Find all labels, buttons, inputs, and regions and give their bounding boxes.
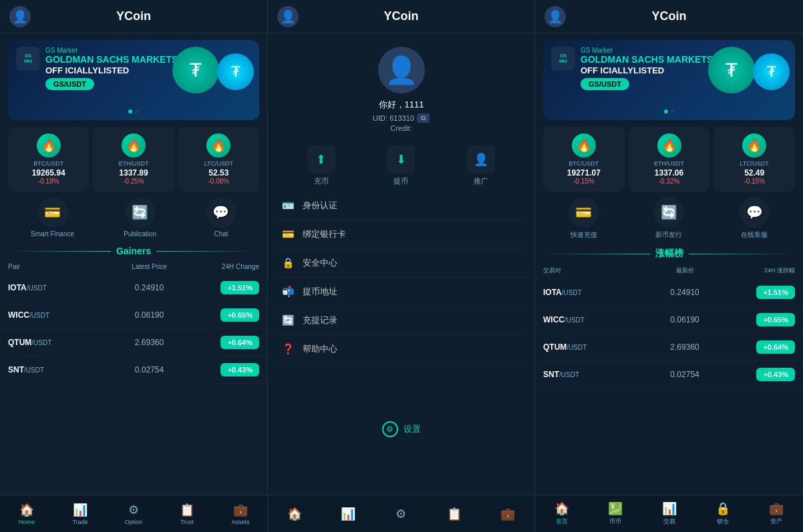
nav-trust-label: Trust: [180, 519, 194, 525]
middle-bottom-nav: 🏠 📊 ⚙ 📋 💼: [268, 495, 534, 532]
right-table: IOTA/USDT 0.24910 +1.51% WICC/USDT 0.061…: [535, 279, 803, 495]
profile-avatar: 👤: [378, 47, 425, 93]
withdraw-label: 提币: [393, 176, 408, 186]
left-banner[interactable]: GSMkt GS Market GOLDMAN SACHS MARKETS OF…: [8, 40, 259, 120]
smart-finance-label: Smart Finance: [31, 230, 74, 238]
row-snt[interactable]: SNT/USDT 0.02754 +0.43%: [0, 356, 267, 384]
r-nav-assets[interactable]: 💼 资产: [750, 501, 803, 526]
r-ltc-icon: 🔥: [742, 134, 766, 158]
crypto-card-eth[interactable]: 🔥 ETH/USDT 1337.89 -0.25%: [93, 127, 174, 192]
r-btc-icon: 🔥: [572, 134, 596, 158]
r-wicc-change: +0.65%: [732, 313, 795, 326]
profile-action-promo[interactable]: 👤 推广: [467, 146, 495, 186]
r-row-snt[interactable]: SNT/USDT 0.02754 +0.43%: [535, 361, 803, 388]
r-crypto-card-btc[interactable]: 🔥 BTC/USDT 19271.07 -0.15%: [543, 127, 625, 192]
r-nav-coin[interactable]: 💹 币币: [589, 501, 642, 526]
option-icon: ⚙: [128, 503, 139, 517]
profile-actions: ⬆ 充币 ⬇ 提币 👤 推广: [268, 140, 534, 192]
mid-nav-assets[interactable]: 💼: [481, 507, 534, 521]
ltc-change: -0.08%: [208, 178, 229, 185]
r-qtum-change: +0.64%: [732, 340, 795, 354]
trust-icon: 📋: [180, 503, 194, 517]
banner-market-label: GS Market: [45, 47, 178, 54]
banner-dots: [128, 109, 139, 113]
nav-trade[interactable]: 📊 Trade: [53, 503, 107, 525]
snt-pair: SNT/USDT: [8, 365, 102, 374]
th-change[interactable]: 24H Change: [196, 263, 259, 270]
nav-trust[interactable]: 📋 Trust: [160, 503, 214, 525]
right-banner-dots: [664, 109, 675, 113]
r-service-icon: 💬: [739, 197, 770, 228]
trade-icon: 📊: [73, 503, 88, 517]
r-nav-lock[interactable]: 🔒 锁仓: [696, 501, 750, 526]
r-eth-change: -0.32%: [659, 178, 680, 185]
crypto-card-btc[interactable]: 🔥 BTC/USDT 19265.94 -0.18%: [8, 127, 89, 192]
qtum-pair: QTUM/USDT: [8, 338, 102, 347]
action-chat[interactable]: 💬 Chat: [206, 197, 236, 238]
banner-coin2: ₮: [217, 53, 254, 90]
mid-trust-icon: 📋: [447, 507, 462, 521]
left-avatar[interactable]: 👤: [9, 6, 31, 27]
r-action-service[interactable]: 💬 在线客服: [739, 197, 770, 240]
security-icon: 🔒: [281, 257, 295, 269]
r-action-recharge[interactable]: 💳 快速充值: [569, 197, 599, 240]
right-avatar[interactable]: 👤: [544, 6, 566, 27]
right-banner-badge: GS/USDT: [581, 78, 629, 90]
nav-home[interactable]: 🏠 Home: [0, 503, 53, 525]
profile-action-withdraw[interactable]: ⬇ 提币: [387, 146, 415, 186]
settings-button[interactable]: ⚙ 设置: [382, 421, 421, 437]
row-iota[interactable]: IOTA/USDT 0.24910 +1.51%: [0, 274, 267, 302]
action-smart-finance[interactable]: 💳 Smart Finance: [31, 197, 74, 238]
th-price[interactable]: Latest Price: [102, 263, 196, 270]
mid-nav-trust[interactable]: 📋: [428, 507, 481, 521]
banner-title1: GOLDMAN SACHS MARKETS: [45, 54, 178, 65]
th-pair[interactable]: Pair: [8, 263, 102, 270]
publication-icon: 🔄: [125, 197, 156, 228]
r-nav-trade[interactable]: 📊 交易: [642, 501, 695, 526]
qtum-price: 2.69360: [102, 338, 196, 347]
crypto-card-ltc[interactable]: 🔥 LTC/USDT 52.53 -0.08%: [178, 127, 259, 192]
chat-label: Chat: [214, 230, 228, 238]
r-row-wicc[interactable]: WICC/USDT 0.06190 +0.65%: [535, 306, 803, 334]
nav-assets[interactable]: 💼 Assets: [214, 503, 267, 525]
eth-price: 1337.89: [119, 168, 148, 178]
menu-help[interactable]: ❓ 帮助中心: [276, 335, 526, 364]
row-wicc[interactable]: WICC/USDT 0.06190 +0.65%: [0, 302, 267, 329]
wicc-price: 0.06190: [102, 310, 196, 320]
snt-price: 0.02754: [102, 365, 196, 374]
r-nav-home-label: 首页: [556, 517, 568, 526]
mid-nav-home[interactable]: 🏠: [268, 507, 321, 521]
menu-identity[interactable]: 🪪 身份认证: [276, 192, 526, 220]
menu-history[interactable]: 🔄 充提记录: [276, 306, 526, 335]
nav-option[interactable]: ⚙ Option: [107, 503, 160, 525]
r-th-change[interactable]: 24H 涨跌幅: [732, 266, 795, 275]
r-ltc-pair: LTC/USDT: [740, 160, 769, 167]
mid-nav-trade[interactable]: 📊: [321, 507, 375, 521]
row-qtum[interactable]: QTUM/USDT 2.69360 +0.64%: [0, 329, 267, 356]
r-th-price[interactable]: 最新价: [637, 266, 732, 275]
menu-security[interactable]: 🔒 安全中心: [276, 249, 526, 278]
r-th-pair[interactable]: 交易对: [543, 266, 637, 275]
uid-copy-icon[interactable]: ⧉: [417, 113, 430, 123]
middle-avatar[interactable]: 👤: [277, 6, 299, 27]
mid-nav-option[interactable]: ⚙: [375, 507, 428, 521]
right-header: 👤 YCoin: [535, 0, 803, 33]
r-row-qtum[interactable]: QTUM/USDT 2.69360 +0.64%: [535, 334, 803, 361]
r-action-newcoin[interactable]: 🔄 新币发行: [653, 197, 684, 240]
r-crypto-card-eth[interactable]: 🔥 ETH/USDT 1337.06 -0.32%: [629, 127, 710, 192]
menu-history-label: 充提记录: [303, 314, 337, 326]
menu-withdraw-address[interactable]: 📬 提币地址: [276, 278, 526, 306]
r-coin-icon: 💹: [608, 501, 623, 516]
r-nav-assets-label: 资产: [770, 517, 782, 526]
r-nav-home[interactable]: 🏠 首页: [535, 501, 589, 526]
menu-bank[interactable]: 💳 绑定银行卡: [276, 220, 526, 249]
nav-trade-label: Trade: [72, 519, 88, 525]
profile-action-deposit[interactable]: ⬆ 充币: [307, 146, 335, 186]
promo-icon: 👤: [467, 146, 495, 174]
action-publication[interactable]: 🔄 Publication: [124, 197, 156, 238]
r-crypto-card-ltc[interactable]: 🔥 LTC/USDT 52.49 -0.15%: [713, 127, 795, 192]
profile-uid: UID: 613310 ⧉: [373, 113, 430, 123]
right-banner[interactable]: GSMkt GS Market GOLDMAN SACHS MARKETS OF…: [543, 40, 795, 120]
r-row-iota[interactable]: IOTA/USDT 0.24910 +1.51%: [535, 279, 803, 306]
nav-assets-label: Assets: [231, 519, 249, 525]
